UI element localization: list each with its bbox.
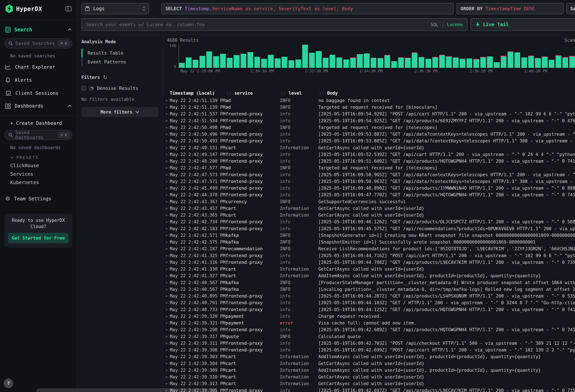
col-body[interactable]: ⋮⋮Body bbox=[318, 91, 575, 96]
histogram-error-cap bbox=[405, 58, 410, 58]
col-timestamp[interactable]: Timestamp (Local) bbox=[170, 91, 226, 96]
log-row[interactable]: >May 22 2:42:40.791 PMfrontend-proxyinfo… bbox=[163, 299, 575, 306]
log-row[interactable]: >May 22 2:42:42.187 PMrecommendationINFO… bbox=[163, 245, 575, 252]
sidebar-item-client-sessions[interactable]: Client Sessions bbox=[0, 87, 77, 100]
cell-timestamp: May 22 2:42:51.139 PM bbox=[170, 98, 226, 103]
preset-services[interactable]: Services bbox=[0, 170, 77, 178]
column-drag-handle[interactable]: ⋮⋮ bbox=[318, 91, 324, 95]
help-button[interactable]: ? bbox=[4, 379, 13, 388]
log-row[interactable]: >May 22 2:42:50.496 PMfrontend-proxyinfo… bbox=[163, 131, 575, 138]
log-row[interactable]: >May 22 2:42:40.733 PMfrontend-proxyinfo… bbox=[163, 306, 575, 313]
cell-service: frontend-proxy bbox=[225, 226, 280, 231]
log-row[interactable]: >May 22 2:42:41.316 PMfrontend-proxyinfo… bbox=[163, 259, 575, 266]
log-row[interactable]: >May 22 2:42:51.537 PMfrontend-proxyinfo… bbox=[163, 111, 575, 117]
saved-dashboards-input[interactable]: Saved Dashboards ⌘ K bbox=[4, 130, 72, 140]
log-row[interactable]: >May 22 2:42:42.183 PMfrontend-proxyinfo… bbox=[163, 225, 575, 232]
log-row[interactable]: >May 22 2:42:39.310 PMcartInformationGet… bbox=[163, 373, 575, 380]
log-row[interactable]: >May 22 2:42:41.325 PMfrontend-proxyinfo… bbox=[163, 252, 575, 259]
log-row[interactable]: >May 22 2:42:44.378 PMfrontend-proxyinfo… bbox=[163, 191, 575, 198]
log-row[interactable]: >May 22 2:42:39.303 PMcartInformationAdd… bbox=[163, 353, 575, 360]
histogram-bar bbox=[350, 57, 356, 68]
col-level[interactable]: ⋮⋮level bbox=[280, 91, 318, 96]
cell-service: frontend-proxy bbox=[225, 186, 280, 191]
log-row[interactable]: >May 22 2:42:41.327 PMcartInformationAdd… bbox=[163, 272, 575, 279]
row-expand-icon: > bbox=[163, 307, 170, 312]
select-query-input[interactable]: SELECT Timestamp, ServiceName as service… bbox=[161, 3, 454, 14]
cell-timestamp: May 22 2:42:39.313 PM bbox=[170, 381, 226, 386]
log-row[interactable]: >May 22 2:42:50.498 PMadINFOTargeted ad … bbox=[163, 124, 575, 131]
col-service[interactable]: ⋮⋮service bbox=[225, 91, 280, 96]
more-filters-button[interactable]: More filters bbox=[81, 107, 159, 117]
denoise-results-toggle[interactable]: ◔ Denoise Results bbox=[81, 85, 159, 91]
sidebar-item-dashboards[interactable]: Dashboards bbox=[0, 100, 77, 113]
log-row[interactable]: >May 22 2:42:39.317 PMquoteINFOCalculate… bbox=[163, 333, 575, 340]
log-row[interactable]: >May 22 2:42:39.311 PMfrontend-proxyinfo… bbox=[163, 340, 575, 346]
events-histogram[interactable]: 140 0 bbox=[167, 44, 575, 68]
log-row[interactable]: >May 22 2:42:39.305 PMfrontend-proxyinfo… bbox=[163, 387, 575, 392]
order-by-input[interactable]: ORDER BY TimestampTime DESC bbox=[456, 3, 564, 14]
log-row[interactable]: >May 22 2:42:43.367 PMcurrencyINFOGetSup… bbox=[163, 198, 575, 205]
preset-kubernetes[interactable]: Kubernetes bbox=[0, 178, 77, 187]
sidebar-item-alerts[interactable]: Alerts bbox=[0, 73, 77, 87]
row-expand-icon: > bbox=[163, 173, 170, 177]
log-row[interactable]: >May 22 2:42:49.151 PMcartInformationGet… bbox=[163, 144, 575, 151]
row-expand-icon: > bbox=[163, 388, 170, 392]
sidebar-item-search[interactable]: Search bbox=[0, 23, 77, 36]
saved-searches-input[interactable]: Saved Searches ⌘ K bbox=[4, 39, 72, 48]
create-dashboard-button[interactable]: + Create Dashboard bbox=[0, 119, 77, 128]
cell-service: frontend-proxy bbox=[225, 300, 280, 305]
log-row[interactable]: >May 22 2:42:47.573 PMfrontend-proxyinfo… bbox=[163, 171, 575, 178]
refresh-filters-icon[interactable]: ↻ bbox=[103, 74, 107, 80]
chevron-up-icon[interactable] bbox=[68, 105, 72, 107]
sidebar-item-chart-explorer[interactable]: Chart Explorer bbox=[0, 61, 77, 73]
log-row[interactable]: >May 22 2:42:39.309 PMcartInformationAdd… bbox=[163, 367, 575, 373]
presets-header[interactable]: PRESETS bbox=[0, 152, 77, 161]
log-row[interactable]: >May 22 2:42:39.320 PMpaymentinfoCharge … bbox=[163, 313, 575, 320]
source-select[interactable]: Logs bbox=[81, 3, 149, 14]
column-drag-handle[interactable]: ⋮⋮ bbox=[225, 91, 231, 95]
chevron-up-icon[interactable] bbox=[68, 28, 72, 31]
log-row[interactable]: >May 22 2:42:45.499 PMfrontend-proxyinfo… bbox=[163, 185, 575, 191]
log-row[interactable]: >May 22 2:42:39.313 PMcartInformationGet… bbox=[163, 380, 575, 387]
preset-clickhouse[interactable]: ClickHouse bbox=[0, 161, 77, 170]
log-row[interactable]: >May 22 2:42:47.577 PMadINFOTargeted ad … bbox=[163, 164, 575, 171]
sql-mode-toggle[interactable]: SQL bbox=[431, 22, 438, 27]
get-started-button[interactable]: Get Started for Free bbox=[8, 233, 69, 243]
log-row[interactable]: >May 22 2:42:39.298 PMfrontend-proxyinfo… bbox=[163, 326, 575, 333]
log-row[interactable]: >May 22 2:42:51.534 PMfrontend-proxyinfo… bbox=[163, 117, 575, 124]
mode-results-table[interactable]: Results Table bbox=[81, 48, 159, 57]
log-row[interactable]: >May 22 2:42:40.567 PMkafkaINFO[Producer… bbox=[163, 279, 575, 286]
log-row[interactable]: >May 22 2:42:42.734 PMfrontend-proxyinfo… bbox=[163, 218, 575, 225]
histogram-bar bbox=[288, 60, 294, 68]
log-row[interactable]: >May 22 2:42:49.147 PMfrontend-proxyinfo… bbox=[163, 151, 575, 158]
histogram-bar bbox=[261, 59, 267, 68]
log-row[interactable]: >May 22 2:42:40.895 PMfrontend-proxyinfo… bbox=[163, 293, 575, 299]
mode-event-patterns[interactable]: Event Patterns bbox=[81, 57, 159, 66]
log-row[interactable]: >May 22 2:42:42.571 PMkafkaINFO[Snapshot… bbox=[163, 232, 575, 239]
log-row[interactable]: >May 22 2:42:39.308 PMfrontend-proxyinfo… bbox=[163, 346, 575, 353]
log-row[interactable]: >May 22 2:42:43.457 PMcartInformationGet… bbox=[163, 205, 575, 212]
log-row[interactable]: >May 22 2:42:43.365 PMcartInformationGet… bbox=[163, 212, 575, 218]
search-input[interactable]: Search your events w/ Lucene ex. column:… bbox=[81, 18, 468, 31]
log-row[interactable]: >May 22 2:42:48.208 PMfrontend-proxyinfo… bbox=[163, 158, 575, 164]
log-row[interactable]: >May 22 2:42:39.321 PMpaymenterrorVisa c… bbox=[163, 320, 575, 326]
cell-level: Information bbox=[280, 368, 318, 373]
log-row[interactable]: >May 22 2:42:50.493 PMfrontend-proxyinfo… bbox=[163, 138, 575, 144]
sidebar-collapse-icon[interactable] bbox=[65, 6, 72, 12]
log-row[interactable]: >May 22 2:42:40.567 PMkafkaINFO[LocalLog… bbox=[163, 286, 575, 293]
brand-title: HyperDX bbox=[16, 5, 62, 12]
log-row[interactable]: >May 22 2:42:47.571 PMfrontend-proxyinfo… bbox=[163, 178, 575, 185]
log-row[interactable]: >May 22 2:42:39.304 PMcartInformationGet… bbox=[163, 360, 575, 367]
cell-body: GetCartAsync called with userId={userId} bbox=[318, 374, 575, 379]
log-row[interactable]: >May 22 2:42:41.330 PMcartInformationGet… bbox=[163, 266, 575, 272]
cell-body: Targeted ad request received for [telesc… bbox=[318, 165, 575, 170]
column-drag-handle[interactable]: ⋮⋮ bbox=[280, 91, 286, 95]
live-tail-button[interactable]: Live Tail bbox=[471, 18, 575, 31]
log-row[interactable]: >May 22 2:42:51.139 PMadINFOTargeted ad … bbox=[163, 104, 575, 111]
denoise-checkbox[interactable] bbox=[81, 86, 86, 91]
log-row[interactable]: >May 22 2:42:42.575 PMkafkaINFO[Snapshot… bbox=[163, 239, 575, 245]
log-row[interactable]: >May 22 2:42:51.139 PMadINFOno baggage f… bbox=[163, 97, 575, 104]
sidebar-item-team-settings[interactable]: ⚙ Team Settings bbox=[0, 192, 77, 206]
lucene-mode-toggle[interactable]: Lucene bbox=[447, 22, 463, 27]
save-button[interactable]: Sa bbox=[566, 3, 575, 14]
